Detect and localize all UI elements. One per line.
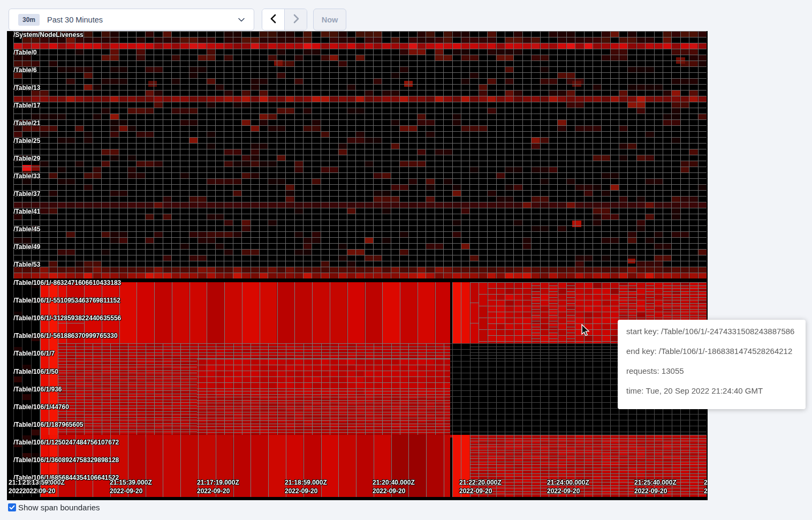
- tooltip-line: time: Tue, 20 Sep 2022 21:24:40 GMT: [626, 386, 797, 395]
- tooltip-line: start key: /Table/106/1/-247433150824388…: [626, 327, 797, 336]
- keyvis-heatmap-canvas[interactable]: [7, 31, 708, 500]
- keyvis-chart: /System/NodeLiveness/Table/0/Table/6/Tab…: [7, 31, 708, 500]
- show-span-boundaries-label: Show span boundaries: [18, 503, 100, 512]
- time-nav-group: [262, 9, 307, 31]
- chevron-left-icon: [269, 14, 278, 26]
- key-visualizer-page: 30m Past 30 Minutes Now /System/NodeLive…: [0, 0, 812, 520]
- span-tooltip: start key: /Table/106/1/-247433150824388…: [618, 320, 806, 409]
- chevron-down-icon: [238, 16, 245, 26]
- check-icon: [9, 504, 15, 510]
- chevron-right-icon: [292, 14, 300, 26]
- tooltip-line: end key: /Table/106/1/-18683814745282642…: [626, 346, 797, 356]
- next-time-button[interactable]: [285, 9, 307, 30]
- prev-time-button[interactable]: [262, 9, 285, 30]
- time-range-dropdown[interactable]: 30m Past 30 Minutes: [9, 9, 254, 31]
- time-range-label: Past 30 Minutes: [47, 16, 103, 24]
- time-range-badge: 30m: [18, 14, 40, 26]
- footer-controls: Show span boundaries: [8, 503, 100, 512]
- show-span-boundaries-checkbox[interactable]: [8, 503, 16, 511]
- tooltip-line: requests: 13055: [626, 366, 797, 375]
- now-button[interactable]: Now: [313, 9, 346, 31]
